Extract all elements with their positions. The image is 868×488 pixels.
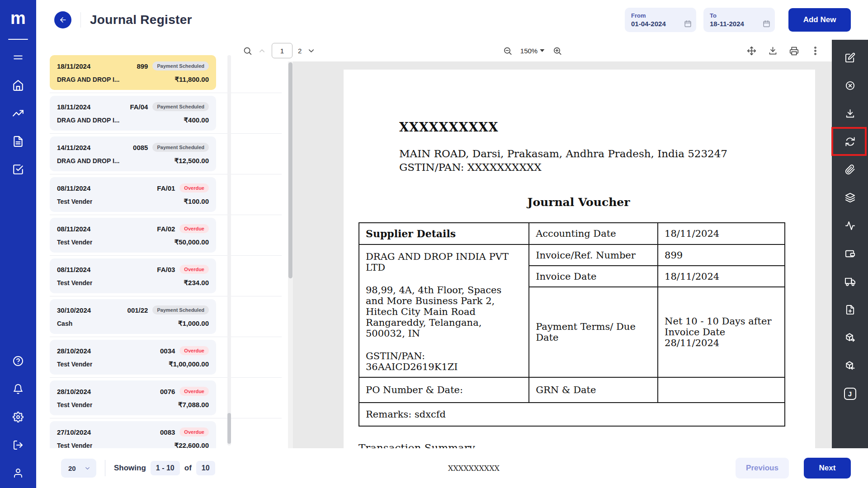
- list-scrollbar[interactable]: [227, 55, 231, 446]
- list-item-header: 08/11/2024 FA/02 Overdue: [57, 224, 209, 233]
- invoice-date-label: Invoice Date: [529, 266, 658, 287]
- document-scrollbar[interactable]: [288, 61, 293, 448]
- supplier-gstin: GSTIN/PAN: 36AAICD2619K1ZI: [366, 351, 461, 372]
- user-icon: [13, 468, 24, 479]
- list-item-header: 18/11/2024 899 Payment Scheduled: [57, 61, 209, 70]
- journal-tool[interactable]: J: [840, 383, 860, 404]
- list-item-header: 14/11/2024 0085 Payment Scheduled: [57, 143, 209, 152]
- next-page-button[interactable]: [307, 47, 316, 55]
- caret-down-icon: [540, 49, 544, 52]
- hamburger-icon: [12, 52, 24, 63]
- entry-amount: ₹1,00,000.00: [169, 360, 209, 368]
- sidebar-item-home[interactable]: [8, 75, 28, 96]
- truck-icon: [845, 277, 855, 287]
- more-vertical-icon: [811, 46, 820, 56]
- list-item-header: 28/10/2024 0076 Overdue: [57, 387, 209, 396]
- entry-date: 08/11/2024: [57, 266, 157, 273]
- supplier-details-header: Supplier Details: [359, 223, 529, 244]
- move-icon: [747, 46, 756, 56]
- delivery-tool[interactable]: [840, 271, 860, 292]
- list-item-body: Test Vender ₹7,088.00: [57, 401, 209, 409]
- sidebar-item-documents[interactable]: [8, 131, 28, 152]
- list-item[interactable]: 08/11/2024 FA/03 Overdue Test Vender ₹23…: [50, 258, 216, 293]
- pan-button[interactable]: [747, 46, 756, 56]
- stock-out-tool[interactable]: [840, 327, 860, 348]
- download-pdf-button[interactable]: [768, 46, 778, 56]
- download-tool[interactable]: [840, 103, 860, 124]
- status-badge: Payment Scheduled: [152, 102, 209, 111]
- activity-tool[interactable]: [840, 215, 860, 236]
- more-options-button[interactable]: [811, 46, 820, 56]
- from-date-value: 01-04-2024: [631, 20, 691, 28]
- entry-party-name: Test Vender: [57, 198, 92, 205]
- next-button[interactable]: Next: [804, 458, 851, 479]
- add-new-button[interactable]: Add New: [788, 8, 851, 32]
- wallet-tool[interactable]: [840, 243, 860, 264]
- accounting-date-value: 18/11/2024: [658, 223, 785, 244]
- page-number-input[interactable]: [272, 43, 292, 58]
- list-item[interactable]: 28/10/2024 0034 Overdue Test Vender ₹1,0…: [50, 340, 216, 375]
- stock-in-tool[interactable]: [840, 355, 860, 376]
- entry-date: 14/11/2024: [57, 144, 133, 151]
- check-square-icon: [12, 164, 24, 175]
- file-text-icon: [12, 136, 24, 147]
- zoom-in-button[interactable]: [552, 46, 562, 56]
- edit-tool[interactable]: [840, 47, 860, 68]
- of-label: of: [184, 464, 192, 473]
- cancel-tool[interactable]: [840, 75, 860, 96]
- settings-button[interactable]: [8, 407, 28, 427]
- header-divider: [80, 12, 81, 28]
- attachment-tool[interactable]: [840, 159, 860, 180]
- list-item[interactable]: 18/11/2024 899 Payment Scheduled DRAG AN…: [50, 55, 216, 90]
- entry-party-name: Cash: [57, 320, 72, 327]
- page-total: 2: [298, 47, 302, 55]
- list-item-body: Cash ₹1,000.00: [57, 319, 209, 328]
- list-scrollbar-thumb[interactable]: [227, 413, 231, 444]
- previous-button[interactable]: Previous: [736, 458, 789, 479]
- print-button[interactable]: [789, 46, 799, 56]
- page-size-select[interactable]: 20: [61, 459, 96, 478]
- entry-ref-number: FA/03: [157, 266, 175, 273]
- from-date-filter[interactable]: From 01-04-2024: [625, 8, 696, 32]
- entry-amount: ₹100.00: [184, 197, 209, 206]
- entry-party-name: Test Vender: [57, 401, 92, 408]
- status-badge: Overdue: [179, 183, 209, 192]
- list-item[interactable]: 08/11/2024 FA/02 Overdue Test Vender ₹50…: [50, 218, 216, 253]
- page-title: Journal Register: [90, 13, 192, 27]
- bell-icon: [13, 384, 24, 394]
- zoom-out-button[interactable]: [503, 46, 512, 56]
- notifications-button[interactable]: [8, 379, 28, 399]
- entry-ref-number: 0085: [133, 144, 148, 151]
- zoom-in-icon: [552, 46, 562, 56]
- back-button[interactable]: [54, 11, 71, 28]
- chevron-up-icon: [258, 47, 266, 55]
- list-item[interactable]: 18/11/2024 FA/04 Payment Scheduled DRAG …: [50, 96, 216, 131]
- list-item[interactable]: 28/10/2024 0076 Overdue Test Vender ₹7,0…: [50, 380, 216, 415]
- accounting-date-label: Accounting Date: [529, 223, 658, 244]
- logout-button[interactable]: [8, 435, 28, 455]
- add-document-tool[interactable]: [840, 299, 860, 320]
- to-date-filter[interactable]: To 18-11-2024: [703, 8, 775, 32]
- list-item[interactable]: 14/11/2024 0085 Payment Scheduled DRAG A…: [50, 136, 216, 171]
- previous-page-button[interactable]: [258, 47, 266, 55]
- list-item-header: 08/11/2024 FA/03 Overdue: [57, 265, 209, 274]
- list-item[interactable]: 08/11/2024 FA/01 Overdue Test Vender ₹10…: [50, 177, 216, 212]
- refresh-tool[interactable]: [840, 131, 860, 152]
- search-button[interactable]: [243, 46, 252, 56]
- sidebar-item-analytics[interactable]: [8, 103, 28, 124]
- entry-party-name: Test Vender: [57, 279, 92, 286]
- entry-party-name: DRAG AND DROP I...: [57, 157, 119, 164]
- entry-date: 08/11/2024: [57, 184, 157, 192]
- profile-button[interactable]: [8, 463, 28, 483]
- layers-tool[interactable]: [840, 187, 860, 208]
- list-item-header: 27/10/2024 0083 Overdue: [57, 427, 209, 436]
- zoom-level-select[interactable]: 150%: [520, 47, 544, 55]
- pdf-toolbar-left: 2: [243, 43, 316, 58]
- help-button[interactable]: [8, 351, 28, 371]
- list-item[interactable]: 30/10/2024 001/22 Payment Scheduled Cash…: [50, 299, 216, 334]
- sidebar-item-approvals[interactable]: [8, 159, 28, 180]
- list-item[interactable]: 27/10/2024 0083 Overdue Test Vender ₹22,…: [50, 421, 216, 448]
- document-scrollbar-thumb[interactable]: [288, 62, 292, 278]
- layers-icon: [845, 192, 855, 203]
- menu-button[interactable]: [8, 47, 28, 68]
